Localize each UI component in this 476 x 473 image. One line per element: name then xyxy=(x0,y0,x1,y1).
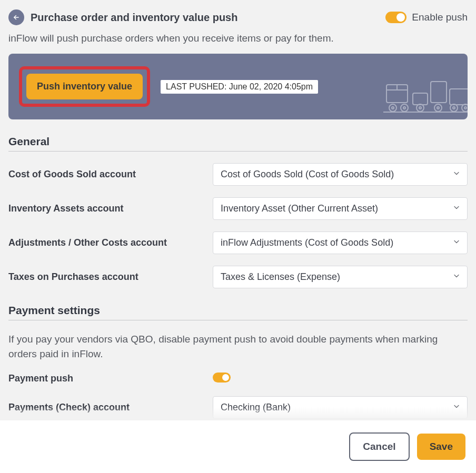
svg-rect-4 xyxy=(413,93,428,105)
svg-point-8 xyxy=(392,107,394,109)
chevron-down-icon xyxy=(452,203,461,214)
label-inventory-assets-account: Inventory Assets account xyxy=(8,203,213,214)
select-payments-check-account[interactable]: Checking (Bank) xyxy=(213,396,468,419)
svg-point-13 xyxy=(434,104,442,112)
svg-point-15 xyxy=(450,104,458,112)
back-button[interactable] xyxy=(8,9,24,25)
select-value: Checking (Bank) xyxy=(221,402,291,413)
page-title: Purchase order and inventory value push xyxy=(31,12,237,24)
payment-push-toggle[interactable] xyxy=(213,373,231,383)
label-payment-push: Payment push xyxy=(8,373,213,384)
select-inventory-assets-account[interactable]: Inventory Asset (Other Current Asset) xyxy=(213,197,468,220)
section-divider xyxy=(8,320,468,320)
label-taxes-account: Taxes on Purchases account xyxy=(8,271,213,283)
label-cogs-account: Cost of Goods Sold account xyxy=(8,169,213,180)
boxes-illustration-icon xyxy=(383,78,468,117)
svg-point-11 xyxy=(417,104,424,112)
page-description: inFlow will push purchase orders when yo… xyxy=(8,33,468,44)
svg-point-9 xyxy=(401,104,408,112)
label-payments-check-account: Payments (Check) account xyxy=(8,402,213,413)
footer-bar: Cancel Save xyxy=(0,420,476,473)
select-value: Inventory Asset (Other Current Asset) xyxy=(221,203,378,214)
svg-point-10 xyxy=(403,107,405,109)
enable-push-toggle[interactable] xyxy=(385,12,406,23)
last-pushed-label: LAST PUSHED: June 02, 2020 4:05pm xyxy=(161,80,318,94)
svg-point-18 xyxy=(464,107,467,109)
section-title-general: General xyxy=(8,135,468,148)
chevron-down-icon xyxy=(452,271,461,283)
svg-point-16 xyxy=(453,107,455,109)
save-button[interactable]: Save xyxy=(417,434,465,460)
label-adjustments-account: Adjustments / Other Costs account xyxy=(8,237,213,248)
push-banner: Push inventory value LAST PUSHED: June 0… xyxy=(8,54,468,119)
svg-point-12 xyxy=(419,107,421,109)
enable-push-label: Enable push xyxy=(412,12,468,23)
cancel-button[interactable]: Cancel xyxy=(349,432,409,461)
select-cogs-account[interactable]: Cost of Goods Sold (Cost of Goods Sold) xyxy=(213,163,468,186)
highlight-box: Push inventory value xyxy=(19,66,150,107)
push-inventory-value-button[interactable]: Push inventory value xyxy=(26,74,143,99)
svg-point-7 xyxy=(389,104,396,112)
arrow-left-icon xyxy=(13,14,20,21)
section-divider xyxy=(8,151,468,152)
select-value: Cost of Goods Sold (Cost of Goods Sold) xyxy=(221,169,394,180)
chevron-down-icon xyxy=(452,169,461,180)
section-title-payment: Payment settings xyxy=(8,304,468,317)
select-adjustments-account[interactable]: inFlow Adjustments (Cost of Goods Sold) xyxy=(213,232,468,254)
chevron-down-icon xyxy=(452,237,461,248)
select-taxes-account[interactable]: Taxes & Licenses (Expense) xyxy=(213,266,468,288)
payment-section-description: If you pay your vendors via QBO, disable… xyxy=(8,332,468,361)
svg-rect-6 xyxy=(450,89,468,105)
select-value: inFlow Adjustments (Cost of Goods Sold) xyxy=(221,237,393,248)
svg-point-14 xyxy=(437,107,439,109)
page-header: Purchase order and inventory value push … xyxy=(8,9,468,25)
select-value: Taxes & Licenses (Expense) xyxy=(221,271,340,283)
svg-rect-5 xyxy=(431,82,447,103)
chevron-down-icon xyxy=(452,402,461,413)
